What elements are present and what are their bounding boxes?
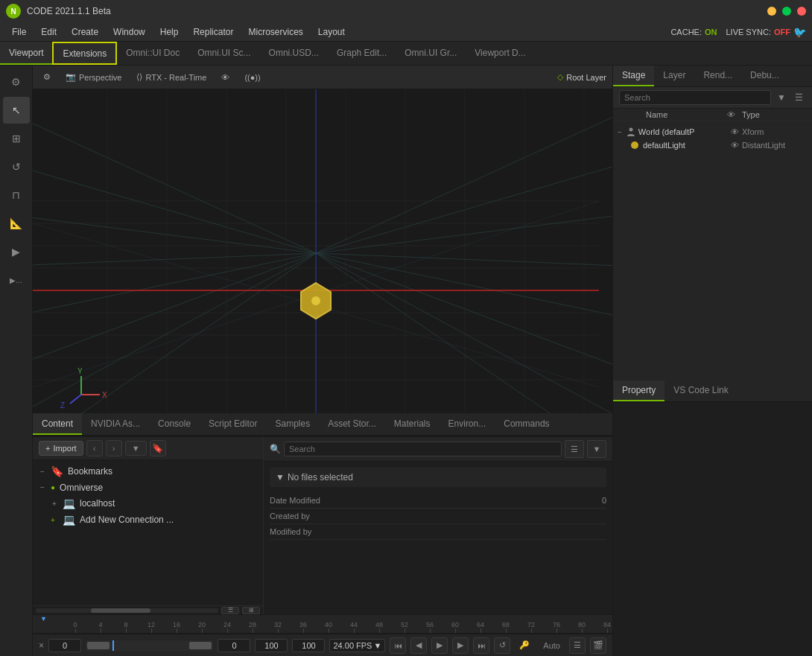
start-frame-input[interactable]: 0 <box>218 639 250 652</box>
current-frame-right-input[interactable]: 100 <box>292 639 325 652</box>
filter-btn[interactable]: ▼ <box>587 440 606 458</box>
tab-omni-ui-gr[interactable]: Omni.UI Gr... <box>396 42 466 65</box>
next-frame-btn[interactable]: ▶ <box>452 637 469 654</box>
rp-tab-stage[interactable]: Stage <box>613 66 654 86</box>
light-expand[interactable] <box>627 144 629 147</box>
rp-tab-layer[interactable]: Layer <box>654 66 694 86</box>
tab-asset-store[interactable]: Asset Stor... <box>319 413 385 435</box>
nav-next-button[interactable]: › <box>106 440 122 456</box>
close-button[interactable]: × <box>797 7 806 16</box>
tree-item-localhost[interactable]: + 💻 localhost <box>33 495 263 512</box>
tool-play[interactable]: ▶ <box>3 238 30 265</box>
menu-replicator[interactable]: Replicator <box>187 25 239 39</box>
omniverse-expand[interactable]: − <box>39 482 46 493</box>
prev-keyframe-btn[interactable]: ⏮ <box>390 637 406 654</box>
rp-tab-render[interactable]: Rend... <box>694 66 741 86</box>
viewport-camera-btn[interactable]: 📷 Perspective <box>61 71 126 83</box>
tool-settings[interactable]: ⚙ <box>3 69 30 95</box>
current-frame-input[interactable]: 0 <box>48 639 81 652</box>
cache-status-area: CACHE: ON LIVE SYNC: OFF 🐦 <box>670 26 806 38</box>
track-left-handle[interactable] <box>87 642 110 649</box>
tab-samples[interactable]: Samples <box>266 413 319 435</box>
viewport-settings-btn[interactable]: ⚙ <box>39 71 55 83</box>
bookmarks-expand[interactable]: − <box>39 466 46 477</box>
tool-more[interactable]: ▶… <box>3 267 30 293</box>
viewport-audio-btn[interactable]: ((●)) <box>240 71 264 83</box>
world-expand[interactable]: − <box>616 127 624 138</box>
menu-edit[interactable]: Edit <box>35 25 63 39</box>
h-scrollbar-track[interactable] <box>36 608 218 613</box>
import-button[interactable]: + Import <box>39 441 83 456</box>
tab-materials[interactable]: Materials <box>385 413 440 435</box>
tree-item-bookmarks[interactable]: − 🔖 Bookmarks <box>33 463 263 480</box>
nav-prev-button[interactable]: ‹ <box>86 440 103 456</box>
menu-layout[interactable]: Layout <box>312 25 351 39</box>
tab-environments[interactable]: Environ... <box>440 413 495 435</box>
light-eye-icon[interactable]: 👁 <box>729 141 740 150</box>
settings-btn[interactable]: ☰ <box>569 637 586 654</box>
filter-dropdown[interactable]: ▼ <box>125 441 147 456</box>
play-btn[interactable]: ▶ <box>431 637 448 654</box>
menu-microservices[interactable]: Microservices <box>242 25 308 39</box>
tool-transform[interactable]: ⊞ <box>3 125 30 152</box>
tab-omni-usd[interactable]: Omni.USD... <box>260 42 328 65</box>
rp-tab-debug[interactable]: Debu... <box>741 66 788 86</box>
key-icon-btn[interactable]: 🔑 <box>515 639 534 652</box>
world-eye-icon[interactable]: 👁 <box>729 127 740 136</box>
minimize-button[interactable]: − <box>767 7 776 16</box>
maximize-button[interactable]: □ <box>782 7 791 16</box>
h-scrollbar-thumb[interactable] <box>91 608 150 613</box>
next-keyframe-btn[interactable]: ⏭ <box>473 637 489 654</box>
tool-snap[interactable]: ⊓ <box>3 182 30 208</box>
viewport-canvas[interactable]: X Y Z <box>33 89 612 413</box>
bookmark-button[interactable]: 🔖 <box>150 440 166 456</box>
mark-56: 56 <box>417 621 443 633</box>
stage-col-name: Name <box>643 110 724 119</box>
tab-viewport-d[interactable]: Viewport D... <box>466 42 534 65</box>
tool-measure[interactable]: 📐 <box>3 210 30 237</box>
timeline-close-btn[interactable]: × <box>39 640 44 651</box>
stage-row-world[interactable]: − World (defaultP 👁 Xform <box>613 124 812 139</box>
stage-filter-icon[interactable]: ▼ <box>774 91 789 104</box>
tab-extensions[interactable]: Extensions <box>52 42 117 65</box>
tab-commands[interactable]: Commands <box>495 413 558 435</box>
tab-content[interactable]: Content <box>33 413 82 435</box>
tree-item-omniverse[interactable]: − ● Omniverse <box>33 480 263 495</box>
stage-search-input[interactable] <box>619 90 771 105</box>
svg-line-25 <box>316 89 612 253</box>
view-menu-btn[interactable]: ☰ <box>565 440 584 458</box>
tab-nvidia-assets[interactable]: NVIDIA As... <box>82 413 149 435</box>
prev-frame-btn[interactable]: ◀ <box>410 637 427 654</box>
tree-item-add-connection[interactable]: + 💻 Add New Connection ... <box>33 512 263 528</box>
localhost-expand[interactable]: + <box>51 498 58 509</box>
tool-orbit[interactable]: ↺ <box>3 153 30 180</box>
tab-omni-ui-sc[interactable]: Omni.UI Sc... <box>188 42 259 65</box>
left-sidebar: ⚙ ↖ ⊞ ↺ ⊓ 📐 ▶ ▶… <box>0 66 33 656</box>
menu-help[interactable]: Help <box>154 25 185 39</box>
tab-graph-edit[interactable]: Graph Edit... <box>328 42 396 65</box>
tab-console[interactable]: Console <box>149 413 200 435</box>
menu-window[interactable]: Window <box>107 25 151 39</box>
loop-btn[interactable]: ↺ <box>494 637 510 654</box>
stage-settings-icon[interactable]: ☰ <box>792 91 806 104</box>
content-search-input[interactable] <box>284 442 562 456</box>
tab-omni-ui-doc[interactable]: Omni::UI Doc <box>117 42 188 65</box>
tab-viewport[interactable]: Viewport <box>0 42 52 65</box>
prop-tab-property[interactable]: Property <box>613 380 664 401</box>
list-view-btn[interactable]: ☰ <box>221 607 239 614</box>
film-btn[interactable]: 🎬 <box>590 637 606 654</box>
tab-script-editor[interactable]: Script Editor <box>200 413 266 435</box>
track-right-handle[interactable] <box>189 642 212 649</box>
grid-view-btn[interactable]: ⊞ <box>242 607 260 614</box>
menu-create[interactable]: Create <box>66 25 104 39</box>
fps-selector[interactable]: 24.00 FPS ▼ <box>329 639 385 652</box>
tool-select[interactable]: ↖ <box>3 97 30 124</box>
menu-file[interactable]: File <box>6 25 32 39</box>
auto-btn[interactable]: Auto <box>539 640 565 652</box>
viewport-rtx-btn[interactable]: ⟨⟩ RTX - Real-Time <box>132 71 211 83</box>
prop-tab-vscode[interactable]: VS Code Link <box>664 380 737 401</box>
end-frame-input[interactable]: 100 <box>255 639 288 652</box>
stage-row-light[interactable]: defaultLight 👁 DistantLight <box>613 139 812 151</box>
add-expand: + <box>51 516 58 524</box>
viewport-visibility-btn[interactable]: 👁 <box>217 71 234 83</box>
